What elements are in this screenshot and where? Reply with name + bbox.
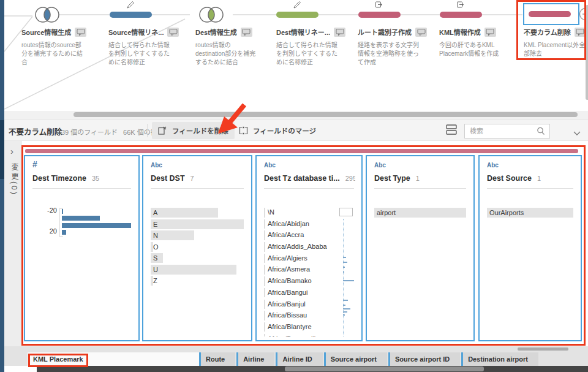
changes-panel[interactable]: › 変更(0) [4, 141, 22, 346]
histogram-bar[interactable] [62, 223, 131, 228]
field-count: 1 [537, 175, 541, 182]
value-row[interactable]: OurAirports [487, 208, 573, 218]
chevron-down-icon[interactable] [573, 127, 581, 139]
tab-airline-id[interactable]: Airline ID [276, 352, 322, 366]
value-row[interactable]: N [151, 230, 244, 240]
value-row[interactable]: Africa/Algiers [264, 254, 336, 264]
profile-card-dest-tz-database[interactable]: Abc Dest Tz database ti...295 \NAfrica/A… [255, 155, 363, 341]
mini-histogram-selection[interactable] [339, 208, 353, 216]
value-row[interactable]: Africa/Bangui [264, 288, 336, 298]
tables-scrollbar-thumb[interactable] [518, 347, 568, 351]
mini-histogram-tick [343, 262, 347, 263]
axis-label: -20 [32, 208, 57, 214]
timezone-histogram[interactable]: -2020 [32, 208, 131, 336]
profile-card-dest-type[interactable]: Abc Dest Type1 airport [366, 155, 475, 341]
merge-fields-button[interactable]: フィールドのマージ [233, 122, 322, 139]
value-row[interactable]: Z [151, 276, 244, 286]
field-name[interactable]: Dest Timezone [32, 174, 86, 183]
field-name[interactable]: Dest Source [487, 174, 532, 183]
chevron-right-icon[interactable]: › [10, 146, 13, 156]
step-color-strip [25, 149, 578, 153]
view-toggle-icon[interactable] [446, 124, 458, 138]
step-description: 経路を表示する文字列情報を空港略称を使って作成 [358, 41, 423, 67]
mini-histogram-tick [343, 300, 348, 301]
histogram-bar[interactable] [62, 209, 63, 214]
field-count: 295 [345, 175, 355, 182]
string-type-icon: Abc [487, 162, 499, 169]
tab-airline[interactable]: Airline [236, 352, 274, 366]
search-box[interactable] [464, 124, 550, 139]
field-name[interactable]: Dest Type [374, 174, 410, 183]
clean-node[interactable] [358, 12, 401, 18]
table-tabs: RouteAirlineAirline IDSource airportSour… [199, 352, 538, 366]
pencil-icon [127, 2, 134, 9]
flow-vertical-scrollbar[interactable] [586, 5, 588, 100]
mini-histogram-tick [343, 305, 345, 306]
bottom-scrollbar-thumb[interactable] [285, 366, 484, 371]
value-row[interactable]: Africa/Brazzaville [264, 334, 336, 336]
tab-route[interactable]: Route [199, 352, 235, 366]
clean-node[interactable] [110, 12, 152, 18]
flow-step-remove-columns[interactable]: 不要カラム削除 KML Placement以外全部除去 [524, 27, 588, 58]
flow-step-source-join[interactable]: Source情報生成 routes情報のsource部分を補完するために結合 [21, 27, 95, 67]
flow-step-route-id[interactable]: ルート識別子作成 経路を表示する文字列情報を空港略称を使って作成 [358, 27, 431, 67]
profile-card-dest-source[interactable]: Abc Dest Source1 OurAirports [478, 155, 582, 341]
comment-icon[interactable] [167, 28, 179, 37]
flow-step-dest-join[interactable]: Dest情報生成 routes情報のdestination部分を補完するために結… [195, 27, 269, 67]
tab-kml-placemark[interactable]: KML Placemark [28, 352, 199, 366]
value-row[interactable]: E [151, 219, 244, 229]
field-name[interactable]: Dest DST [151, 174, 185, 183]
clean-node[interactable] [529, 11, 571, 17]
clean-node[interactable] [440, 12, 482, 18]
profile-toolbar: 不要カラム削除 39 個のフィールド66K 個の行 フィールドを削除 フィールド… [4, 119, 588, 141]
profile-card-dest-dst[interactable]: Abc Dest DST7 AENOSUZ [142, 155, 252, 341]
search-input[interactable] [465, 127, 536, 135]
step-title: Source情報生成 [21, 27, 71, 37]
comment-icon[interactable] [484, 28, 496, 37]
clean-node[interactable] [276, 12, 318, 18]
comment-icon[interactable] [241, 28, 252, 37]
flow-canvas[interactable]: Source情報生成 routes情報のsource部分を補完するために結合 S… [4, 0, 588, 111]
histogram-axis [59, 208, 60, 237]
step-title: Source情報リネ... [108, 27, 164, 37]
value-row[interactable]: O [151, 242, 244, 252]
value-row[interactable]: A [151, 208, 244, 218]
mini-histogram[interactable] [338, 208, 354, 336]
comment-icon[interactable] [75, 28, 86, 37]
value-row[interactable]: Africa/Abidjan [264, 219, 336, 229]
value-row[interactable]: airport [374, 208, 466, 218]
mini-histogram-tick [343, 271, 344, 273]
comment-icon[interactable] [334, 28, 345, 37]
value-row[interactable]: Africa/Accra [264, 230, 336, 240]
value-row[interactable]: U [151, 265, 244, 275]
field-name[interactable]: Dest Tz database ti... [264, 174, 340, 183]
flow-step-dest-rename[interactable]: Dest情報リネー... 結合して得られた情報を判別しやすくするために名称修正 [276, 27, 350, 67]
join-node-icon[interactable] [200, 7, 223, 22]
value-row[interactable]: Africa/Addis_Ababa [264, 242, 336, 252]
value-row[interactable]: \N [264, 208, 336, 218]
comment-icon[interactable] [415, 28, 427, 37]
flow-step-kml-create[interactable]: KML情報作成 今回の肝であるKML Placemark情報を作成 [439, 27, 513, 58]
delete-fields-button[interactable]: フィールドを削除 [152, 122, 235, 139]
histogram-bar[interactable] [62, 230, 66, 235]
value-row[interactable]: Africa/Bamako [264, 276, 336, 286]
tab-destination-airport[interactable]: Destination airport [461, 352, 538, 366]
value-row[interactable]: S [151, 253, 244, 263]
flow-step-source-rename[interactable]: Source情報リネ... 結合して得られた情報を判別しやすくするために名称修正 [108, 27, 182, 67]
collapsed-flow-rail[interactable] [0, 0, 4, 372]
step-description: routes情報のsource部分を補完するために結合 [21, 41, 86, 67]
value-row[interactable]: Africa/Bissau [264, 311, 336, 321]
value-row[interactable]: Africa/Blantyre [264, 322, 336, 332]
flow-horizontal-scrollbar-thumb[interactable] [74, 112, 578, 117]
histogram-bar[interactable] [62, 216, 100, 221]
value-row[interactable]: Africa/Asmera [264, 265, 336, 275]
step-title: Dest情報生成 [195, 27, 237, 37]
tab-source-airport[interactable]: Source airport [324, 352, 387, 366]
comment-icon[interactable] [575, 28, 586, 37]
join-node-icon[interactable] [36, 7, 59, 22]
profile-card-dest-timezone[interactable]: # Dest Timezone35 -2020 [24, 155, 140, 341]
step-description: 結合して得られた情報を判別しやすくするために名称修正 [108, 41, 173, 67]
tab-source-airport-id[interactable]: Source airport ID [388, 352, 460, 366]
step-description: 今回の肝であるKML Placemark情報を作成 [439, 41, 504, 58]
value-row[interactable]: Africa/Banjul [264, 300, 336, 309]
